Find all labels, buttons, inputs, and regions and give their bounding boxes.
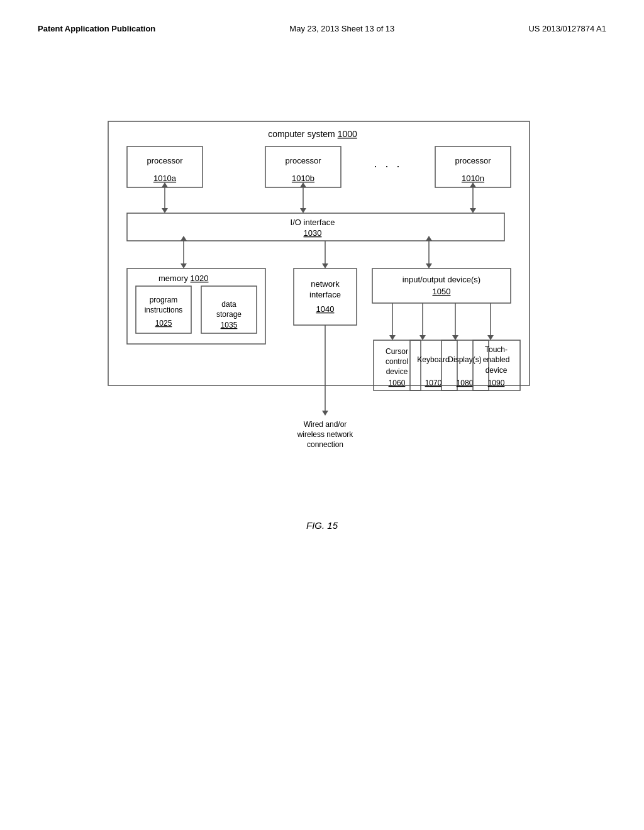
io-devices-box [372, 268, 511, 303]
touch-device-ref: 1090 [488, 379, 505, 387]
cursor-device-label1: Cursor [386, 347, 408, 356]
header-center: May 23, 2013 Sheet 13 of 13 [289, 24, 394, 33]
display-ref: 1080 [457, 379, 474, 387]
arrowhead-up-mem [180, 236, 187, 241]
network-interface-ref: 1040 [316, 304, 335, 314]
dots-label: · · · [374, 160, 402, 172]
arrowhead-up-b [300, 182, 306, 187]
io-interface-ref: 1030 [304, 228, 322, 238]
memory-label: memory 1020 [158, 274, 208, 283]
diagram-container: computer system 1000 processor 1010a pro… [102, 102, 542, 531]
wired-label1: Wired and/or [304, 420, 347, 429]
computer-system-title: computer system 1000 [268, 129, 357, 139]
processor-b-label: processor [285, 156, 321, 165]
arrowhead-down-mem [180, 263, 187, 268]
touch-device-label1: Touch- [485, 345, 508, 354]
cursor-device-label3: device [386, 367, 408, 376]
touch-device-label2: enabled [483, 355, 510, 364]
arrowhead-wired [322, 411, 328, 416]
program-instructions-label2: instructions [145, 306, 183, 314]
arrowhead-down-a [162, 208, 168, 213]
network-interface-label2: interface [309, 290, 341, 299]
processor-b-ref: 1010b [292, 174, 314, 183]
arrowhead-down-dev [426, 263, 432, 268]
processor-a-ref: 1010a [153, 174, 177, 183]
io-devices-label: input/output device(s) [402, 275, 480, 284]
keyboard-ref: 1070 [425, 379, 442, 387]
arrowhead-down-net [322, 263, 328, 268]
header-right: US 2013/0127874 A1 [528, 24, 606, 33]
io-devices-ref: 1050 [433, 287, 451, 296]
wired-label2: wireless network [297, 430, 354, 439]
arrowhead-up-a [162, 182, 168, 187]
processor-n-label: processor [455, 156, 491, 165]
processor-a-label: processor [147, 156, 183, 165]
arrowhead-down-n [470, 208, 476, 213]
arrowhead-up-n [470, 182, 476, 187]
program-instructions-label: program [150, 296, 178, 304]
header-left: Patent Application Publication [38, 24, 155, 33]
diagram-svg: computer system 1000 processor 1010a pro… [102, 102, 542, 511]
processor-n-ref: 1010n [462, 174, 484, 183]
arrowhead-down-b [300, 208, 306, 213]
cursor-device-label2: control [386, 357, 408, 366]
arrowhead-keyboard [419, 335, 426, 340]
network-interface-label: network [311, 279, 340, 289]
page: Patent Application Publication May 23, 2… [0, 0, 644, 830]
program-instructions-ref: 1025 [155, 319, 172, 328]
data-storage-ref: 1035 [221, 321, 238, 329]
fig-caption: FIG. 15 [102, 520, 542, 531]
arrowhead-touch [487, 335, 494, 340]
keyboard-label: Keyboard [417, 355, 449, 364]
data-storage-label2: storage [216, 310, 242, 319]
arrowhead-cursor [389, 335, 396, 340]
touch-device-label3: device [486, 366, 508, 375]
io-interface-label: I/O interface [291, 218, 335, 227]
arrowhead-up-dev [426, 236, 432, 241]
page-header: Patent Application Publication May 23, 2… [38, 13, 606, 40]
data-storage-label: data [221, 300, 236, 309]
wired-label3: connection [307, 440, 343, 449]
cursor-device-ref: 1060 [389, 379, 406, 387]
arrowhead-display [452, 335, 458, 340]
display-label: Display(s) [448, 355, 481, 364]
